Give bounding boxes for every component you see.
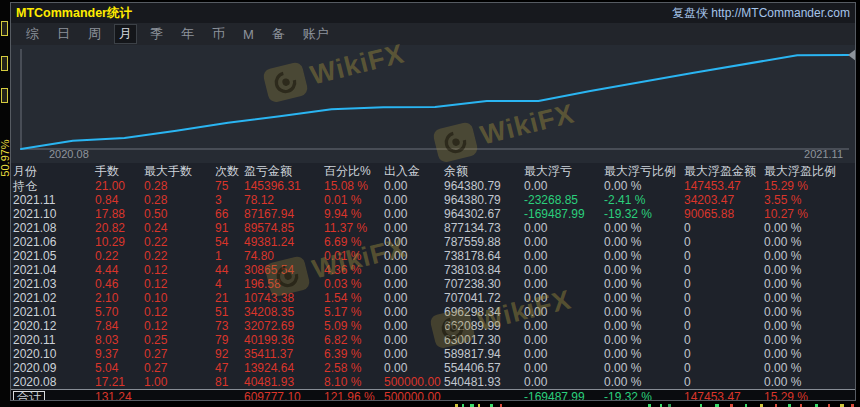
menu-item-季[interactable]: 季 bbox=[145, 24, 168, 44]
cell: 0.00 bbox=[522, 319, 602, 333]
cell: 0.00 % bbox=[762, 305, 855, 319]
cell: 5.70 bbox=[93, 305, 142, 319]
menu-item-日[interactable]: 日 bbox=[52, 24, 75, 44]
cell: 0.00 % bbox=[762, 375, 855, 389]
cell: 589817.94 bbox=[442, 347, 522, 361]
cell: 2021.08 bbox=[11, 221, 93, 235]
table-row[interactable]: 2021.030.460.124196.580.03 %0.00707238.3… bbox=[11, 277, 855, 291]
cell: 15.29 % bbox=[762, 390, 855, 400]
menu-item-月[interactable]: 月 bbox=[114, 24, 137, 44]
cell: 74.80 bbox=[242, 249, 322, 263]
cell: 21.00 bbox=[93, 179, 142, 193]
menu-item-账户[interactable]: 账户 bbox=[298, 24, 334, 44]
cell: 0.00 % bbox=[762, 263, 855, 277]
menu-item-备[interactable]: 备 bbox=[267, 24, 290, 44]
cell: 7.84 bbox=[93, 319, 142, 333]
cell: 20.82 bbox=[93, 221, 142, 235]
cell: -169487.99 bbox=[522, 207, 602, 221]
cell: 0.00 bbox=[382, 347, 442, 361]
stats-table: 月份手数最大手数次数盈亏金额百分比%出入金余额最大浮亏最大浮亏比例最大浮盈金额最… bbox=[11, 163, 855, 400]
brand-link[interactable]: 复盘侠 http://MTCommander.com bbox=[672, 5, 850, 22]
table-row[interactable]: 2020.0817.211.008140481.938.10 %500000.0… bbox=[11, 375, 855, 389]
cell: 0.00 bbox=[382, 319, 442, 333]
table-row[interactable]: 2020.127.840.127332072.695.09 %0.0066208… bbox=[11, 319, 855, 333]
side-toolbar-button[interactable] bbox=[1, 21, 8, 36]
header-cell: 出入金 bbox=[382, 163, 442, 180]
scroll-right-arrow-icon[interactable] bbox=[848, 49, 856, 61]
cell: 5.04 bbox=[93, 361, 142, 375]
cell: 0.00 % bbox=[602, 249, 682, 263]
cell: 0.50 bbox=[142, 207, 213, 221]
cell: 0.01 % bbox=[322, 249, 382, 263]
cell: 0.00 bbox=[382, 333, 442, 347]
cell: 0.00 bbox=[522, 375, 602, 389]
cell: 0.00 bbox=[382, 221, 442, 235]
cell: 0.00 bbox=[382, 263, 442, 277]
table-row[interactable]: 2021.015.700.125134208.355.17 %0.0069629… bbox=[11, 305, 855, 319]
cell: 2020.10 bbox=[11, 347, 93, 361]
cell: 707238.30 bbox=[442, 277, 522, 291]
table-row[interactable]: 2020.118.030.257940199.366.82 %0.0063001… bbox=[11, 333, 855, 347]
cell: 2.58 % bbox=[322, 361, 382, 375]
cell: 0.00 % bbox=[602, 235, 682, 249]
cell: 89574.85 bbox=[242, 221, 322, 235]
cell: 0.00 bbox=[382, 179, 442, 193]
table-row[interactable]: 2020.109.370.279235411.376.39 %0.0058981… bbox=[11, 347, 855, 361]
table-row[interactable]: 2021.0820.820.249189574.8511.37 %0.00877… bbox=[11, 221, 855, 235]
table-row[interactable]: 2021.0610.290.225449381.246.69 %0.007875… bbox=[11, 235, 855, 249]
cell: 2020.11 bbox=[11, 333, 93, 347]
table-header-row: 月份手数最大手数次数盈亏金额百分比%出入金余额最大浮亏最大浮亏比例最大浮盈金额最… bbox=[11, 163, 855, 179]
cell: 0.00 % bbox=[602, 319, 682, 333]
cell: 0.00 bbox=[382, 361, 442, 375]
cell: -169487.99 bbox=[522, 390, 602, 400]
header-cell: 手数 bbox=[93, 163, 142, 180]
cell: 13924.64 bbox=[242, 361, 322, 375]
cell: 30865.54 bbox=[242, 263, 322, 277]
table-row[interactable]: 2021.110.840.28378.120.01 %0.00964380.79… bbox=[11, 193, 855, 207]
cell: 147453.47 bbox=[682, 179, 762, 193]
table-row[interactable]: 2021.1017.880.506687167.949.94 %0.009643… bbox=[11, 207, 855, 221]
table-row[interactable]: 2021.044.440.124430865.544.36 %0.0073810… bbox=[11, 263, 855, 277]
header-cell: 最大浮亏 bbox=[522, 163, 602, 180]
table-row[interactable]: 2021.050.220.22174.800.01 %0.00738178.64… bbox=[11, 249, 855, 263]
table-row[interactable]: 2020.095.040.274713924.642.58 %0.0055440… bbox=[11, 361, 855, 375]
cell: 0.01 % bbox=[322, 193, 382, 207]
cell: 787559.88 bbox=[442, 235, 522, 249]
menu-item-币[interactable]: 币 bbox=[207, 24, 230, 44]
total-row[interactable]: 合计131.24609777.10121.96 %500000.00-16948… bbox=[11, 389, 855, 400]
cell: 0.84 bbox=[93, 193, 142, 207]
menu-item-M[interactable]: M bbox=[238, 26, 259, 43]
cell: 17.21 bbox=[93, 375, 142, 389]
cell: 121.96 % bbox=[322, 390, 382, 400]
cell: 0.00 bbox=[522, 249, 602, 263]
cell: 87167.94 bbox=[242, 207, 322, 221]
cell: 0.24 bbox=[142, 221, 213, 235]
cell: 0.00 bbox=[522, 263, 602, 277]
cell: 0.00 % bbox=[762, 333, 855, 347]
cell: 0.00 % bbox=[602, 179, 682, 193]
cell: 2020.12 bbox=[11, 319, 93, 333]
cell: 0.00 bbox=[382, 235, 442, 249]
cell: 0 bbox=[682, 235, 762, 249]
menu-item-年[interactable]: 年 bbox=[176, 24, 199, 44]
cell: 0 bbox=[682, 277, 762, 291]
menu-item-周[interactable]: 周 bbox=[83, 24, 106, 44]
cell: 0.00 bbox=[382, 305, 442, 319]
cell: 2020.08 bbox=[11, 375, 93, 389]
background-window-strip: 50.97% bbox=[0, 0, 10, 407]
cell: 0.27 bbox=[142, 347, 213, 361]
side-toolbar-button[interactable] bbox=[1, 56, 8, 71]
cell: 6.82 % bbox=[322, 333, 382, 347]
cell: 35411.37 bbox=[242, 347, 322, 361]
cell: 1 bbox=[213, 249, 242, 263]
side-toolbar-button[interactable] bbox=[1, 88, 8, 103]
menu-item-综[interactable]: 综 bbox=[21, 24, 44, 44]
cell: 6.69 % bbox=[322, 235, 382, 249]
cell: 0.12 bbox=[142, 277, 213, 291]
cell: 34208.35 bbox=[242, 305, 322, 319]
cell: 4 bbox=[213, 277, 242, 291]
table-row[interactable]: 持仓21.000.2875145396.3115.08 %0.00964380.… bbox=[11, 179, 855, 193]
cell: 0.00 bbox=[522, 291, 602, 305]
cell: 10743.38 bbox=[242, 291, 322, 305]
table-row[interactable]: 2021.022.100.102110743.381.54 %0.0070704… bbox=[11, 291, 855, 305]
